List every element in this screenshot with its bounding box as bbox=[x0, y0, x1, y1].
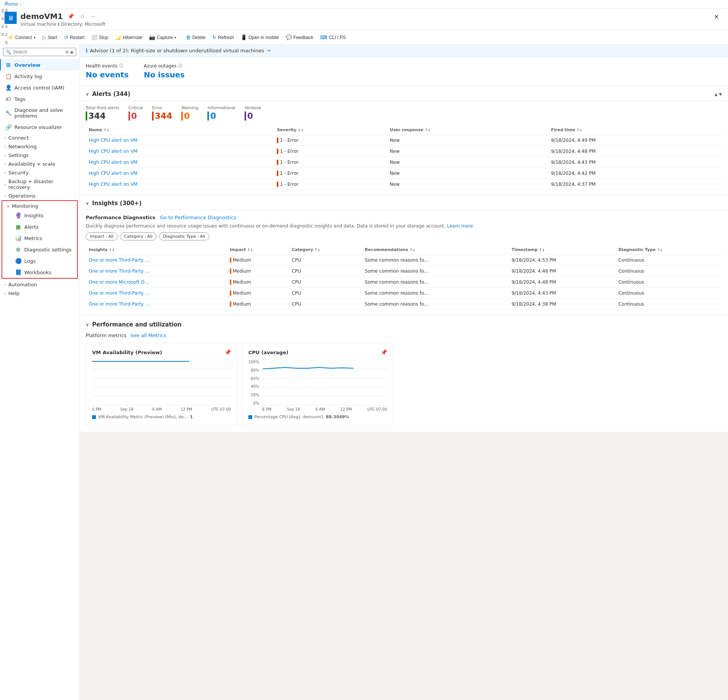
alert-name-link[interactable]: High CPU alert on VM bbox=[89, 149, 137, 154]
sidebar-item-diagnose[interactable]: 🔧 Diagnose and solve problems bbox=[0, 105, 79, 121]
sidebar-section-networking[interactable]: › Networking bbox=[0, 141, 79, 150]
insight-ts-cell: 9/18/2024, 4:38 PM bbox=[508, 299, 615, 310]
insight-ts-cell: 9/18/2024, 4:48 PM bbox=[508, 266, 615, 277]
perf-diagnostics-link[interactable]: Go to Performance Diagnostics bbox=[160, 215, 236, 220]
category-sort[interactable]: ↑↓ bbox=[315, 248, 320, 252]
alert-name-link[interactable]: High CPU alert on VM bbox=[89, 171, 137, 176]
performance-collapse-btn[interactable]: ∨ bbox=[86, 322, 89, 327]
refresh-button[interactable]: ↻ Refresh bbox=[209, 33, 237, 42]
x-12pm: 12 PM bbox=[180, 407, 192, 411]
more-button[interactable]: ··· bbox=[89, 12, 97, 21]
cpu-average-pin[interactable]: 📌 bbox=[381, 349, 387, 355]
cpu-y-20: 20% bbox=[248, 393, 259, 397]
sidebar-item-insights[interactable]: 🔮 Insights bbox=[2, 210, 77, 221]
hibernate-icon: 🌙 bbox=[115, 35, 121, 40]
sidebar-label-insights: Insights bbox=[24, 213, 44, 218]
insight-sort[interactable]: ↑↓ bbox=[109, 248, 115, 252]
insight-ts-cell: 9/18/2024, 4:53 PM bbox=[508, 255, 615, 266]
stop-button[interactable]: ⬜ Stop bbox=[88, 33, 111, 42]
refresh-icon: ↻ bbox=[212, 35, 217, 40]
sidebar-section-backup[interactable]: › Backup + disaster recovery bbox=[0, 176, 79, 191]
insight-name-cell: One or more Third-Party ... bbox=[86, 266, 227, 277]
search-settings-btn[interactable]: ⚙ bbox=[65, 50, 69, 54]
sidebar-item-metrics[interactable]: 📊 Metrics bbox=[2, 232, 77, 244]
alert-verbose-label: Verbose bbox=[245, 105, 261, 110]
health-outages-value: No issues bbox=[144, 70, 185, 79]
alerts-collapse-btn[interactable]: ∨ bbox=[86, 91, 89, 97]
insight-link[interactable]: One or more Third-Party ... bbox=[89, 268, 149, 274]
main-layout: 🔍 ⚙ ◉ ⊞ Overview 📋 Activity log 👤 Access… bbox=[0, 45, 728, 700]
see-all-metrics-link[interactable]: See all Metrics bbox=[130, 333, 166, 338]
sidebar-section-operations[interactable]: › Operations bbox=[0, 191, 79, 199]
sidebar-item-workbooks[interactable]: 📘 Workbooks bbox=[2, 267, 77, 278]
alerts-col-response: User response ↑↓ bbox=[387, 125, 548, 135]
insight-category-cell: CPU bbox=[289, 299, 362, 310]
impact-sort[interactable]: ↑↓ bbox=[247, 248, 253, 252]
search-scope-btn[interactable]: ◉ bbox=[70, 50, 74, 54]
capture-button[interactable]: 📷 Capture ▾ bbox=[146, 33, 179, 42]
filter-impact[interactable]: Impact : All bbox=[86, 232, 118, 240]
table-row: One or more Third-Party ... Medium CPU S… bbox=[86, 266, 722, 277]
alert-response-cell: New bbox=[387, 135, 548, 146]
insight-link[interactable]: One or more Microsoft D... bbox=[89, 279, 149, 285]
insight-dt-cell: Continuous bbox=[615, 299, 722, 310]
insights-collapse-btn[interactable]: ∨ bbox=[86, 201, 89, 206]
severity-sort[interactable]: ↑↓ bbox=[298, 128, 304, 132]
filter-diagnostic-type[interactable]: Diagnostic Type : All bbox=[159, 232, 209, 240]
insight-link[interactable]: One or more Third-Party ... bbox=[89, 301, 149, 307]
name-sort[interactable]: ↑↓ bbox=[104, 128, 109, 132]
time-sort[interactable]: ↑↓ bbox=[577, 128, 582, 132]
pin-button[interactable]: 📌 bbox=[66, 12, 75, 21]
rec-sort[interactable]: ↑↓ bbox=[410, 248, 415, 252]
close-button[interactable]: ✕ bbox=[711, 12, 722, 22]
vm-availability-pin[interactable]: 📌 bbox=[224, 349, 231, 355]
sidebar-item-alerts[interactable]: ▦ Alerts bbox=[2, 221, 77, 232]
cpu-chart-wrapper: 6 PM Sep 18 6 AM 12 PM UTC-07:00 bbox=[262, 360, 387, 411]
insights-col-category: Category ↑↓ bbox=[289, 245, 362, 255]
sidebar-section-automation[interactable]: › Automation bbox=[0, 279, 79, 288]
start-button[interactable]: ▷ Start bbox=[39, 33, 60, 42]
sidebar-section-availability[interactable]: › Availability + scale bbox=[0, 159, 79, 168]
feedback-button[interactable]: 💬 Feedback bbox=[283, 33, 317, 42]
sidebar-item-logs[interactable]: 🔵 Logs bbox=[2, 255, 77, 267]
access-control-icon: 👤 bbox=[5, 85, 11, 91]
sidebar-section-help[interactable]: › Help bbox=[0, 288, 79, 297]
sidebar-section-settings[interactable]: › Settings bbox=[0, 150, 79, 159]
cli-ps-button[interactable]: ⌨ CLI / PS bbox=[317, 33, 349, 42]
sidebar-section-monitoring[interactable]: ∨ Monitoring bbox=[2, 201, 77, 210]
sidebar-item-access-control[interactable]: 👤 Access control (IAM) bbox=[0, 82, 79, 93]
filter-category[interactable]: Category : All bbox=[120, 232, 157, 240]
hibernate-button[interactable]: 🌙 Hibernate bbox=[112, 33, 145, 42]
sidebar-label-connect: Connect bbox=[8, 135, 29, 141]
sidebar-item-tags[interactable]: 🏷 Tags bbox=[0, 93, 79, 105]
alert-name-link[interactable]: High CPU alert on VM bbox=[89, 160, 137, 165]
favorite-button[interactable]: ☆ bbox=[78, 12, 86, 21]
restart-button[interactable]: ↺ Restart bbox=[61, 33, 88, 42]
sidebar-section-connect[interactable]: › Connect bbox=[0, 133, 79, 141]
total-bar bbox=[86, 111, 87, 121]
capture-icon: 📷 bbox=[149, 35, 155, 40]
alert-name-link[interactable]: High CPU alert on VM bbox=[89, 138, 137, 143]
performance-title: Performance and utilization bbox=[92, 321, 182, 328]
sidebar-label-settings: Settings bbox=[8, 152, 28, 158]
response-sort[interactable]: ↑↓ bbox=[425, 128, 431, 132]
sidebar-section-security[interactable]: › Security bbox=[0, 168, 79, 176]
delete-button[interactable]: 🗑 Delete bbox=[183, 33, 209, 42]
learn-more-link[interactable]: Learn more bbox=[447, 223, 473, 229]
sidebar-item-diagnostic-settings[interactable]: ⚙ Diagnostic settings bbox=[2, 244, 77, 255]
search-box[interactable]: 🔍 ⚙ ◉ bbox=[3, 48, 76, 56]
dt-sort[interactable]: ↑↓ bbox=[657, 248, 663, 252]
insight-link[interactable]: One or more Third-Party ... bbox=[89, 290, 149, 296]
open-mobile-button[interactable]: 📱 Open in mobile bbox=[238, 33, 282, 42]
insight-name-cell: One or more Microsoft D... bbox=[86, 277, 227, 288]
insight-link[interactable]: One or more Third-Party ... bbox=[89, 257, 149, 263]
sidebar-item-activity-log[interactable]: 📋 Activity log bbox=[0, 71, 79, 82]
search-input[interactable] bbox=[13, 49, 64, 55]
connect-button[interactable]: ⚡ Connect ▾ bbox=[5, 33, 39, 42]
advisor-link[interactable]: → bbox=[266, 48, 270, 53]
alert-name-link[interactable]: High CPU alert on VM bbox=[89, 182, 137, 187]
sidebar-item-resource-visualizer[interactable]: 🔗 Resource visualizer bbox=[0, 121, 79, 133]
sidebar-item-overview[interactable]: ⊞ Overview bbox=[0, 59, 79, 71]
table-row: High CPU alert on VM 1 - Error New 9/18/… bbox=[86, 168, 722, 179]
ts-sort[interactable]: ↑↓ bbox=[539, 248, 545, 252]
